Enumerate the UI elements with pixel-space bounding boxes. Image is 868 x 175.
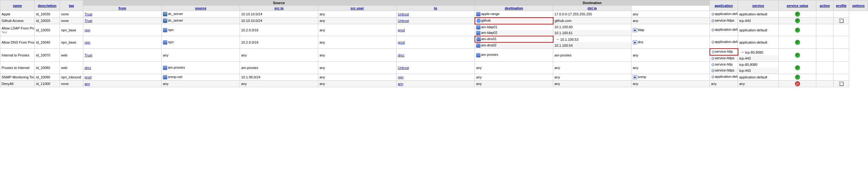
rule-source: am-proxies — [162, 61, 240, 74]
rule-to[interactable]: Untrust — [397, 18, 475, 24]
rule-from[interactable]: Trust — [83, 49, 162, 62]
rule-destination: github — [475, 18, 553, 24]
col-header-from[interactable]: from — [83, 6, 162, 11]
rule-dst-ip: any — [553, 61, 631, 74]
rule-application: ■ldap — [631, 24, 710, 36]
rule-to[interactable]: prod — [397, 24, 475, 36]
col-header-profile[interactable]: profile — [834, 0, 849, 11]
table-row: SNMP Monitoring Tools id_10090 npn_inbou… — [0, 74, 868, 80]
col-header-src-ip[interactable]: src ip — [240, 6, 318, 11]
gear-icon: ⚙ — [711, 62, 715, 67]
col-header-source[interactable]: source — [162, 6, 240, 11]
rule-source: snmp-net — [162, 74, 240, 80]
rule-tag: npn_base — [60, 24, 83, 36]
col-header-dst-ip[interactable]: dst ip — [553, 6, 631, 11]
rule-to[interactable]: any — [397, 80, 475, 87]
rule-service: any — [710, 80, 738, 87]
col-header-to[interactable]: to — [397, 6, 475, 11]
network-icon — [476, 53, 480, 57]
col-header-src-user[interactable]: src user — [318, 6, 397, 11]
col-header-name[interactable]: name — [0, 0, 35, 11]
copy-icon[interactable] — [839, 19, 843, 23]
rule-src-ip: any — [240, 49, 318, 62]
col-header-tag[interactable]: tag — [60, 0, 83, 11]
rule-src-ip: 10.1.99.0/24 — [240, 74, 318, 80]
rule-name: Allow LDAP From ProdText — [0, 24, 35, 36]
table-row: Apple id_10030 none Trust dc_server 10.1… — [0, 11, 868, 18]
copy-icon[interactable] — [839, 82, 843, 86]
rule-description: id_10050 — [35, 24, 60, 36]
rule-service-value: tcp-443 — [738, 55, 779, 62]
rule-tag: none — [60, 18, 83, 24]
gear-icon: ⚙ — [711, 56, 715, 61]
rule-service-value: application-default — [738, 36, 779, 49]
rule-from[interactable]: dmz — [83, 61, 162, 74]
rule-from[interactable]: npn — [83, 36, 162, 49]
col-header-destination[interactable]: destination — [475, 6, 553, 11]
col-header-service[interactable]: service — [738, 0, 779, 11]
table-row: Proxies to Internet id_10080 web dmz am-… — [0, 61, 868, 68]
network-icon — [163, 65, 167, 70]
network-icon — [476, 37, 481, 41]
rule-from[interactable]: any — [83, 80, 162, 87]
network-icon — [163, 75, 167, 79]
network-icon — [476, 43, 480, 48]
rule-to[interactable]: dmz — [397, 49, 475, 62]
rule-application: any — [631, 80, 710, 87]
rule-action: ✓ — [779, 61, 816, 74]
gear-icon: ⚙ — [711, 75, 715, 79]
rule-tag: web — [60, 49, 83, 62]
rule-source: dc_server — [162, 11, 240, 18]
status-allow-icon: ✓ — [795, 18, 800, 23]
rule-action: ✓ — [779, 11, 816, 18]
rule-from[interactable]: prod — [83, 74, 162, 80]
gear-icon: ⚙ — [711, 68, 715, 73]
ldap-icon: ■ — [633, 28, 637, 32]
snmp-icon: ■ — [633, 75, 637, 79]
rule-dst-ip: am-proxies — [553, 49, 631, 62]
network-icon — [476, 31, 480, 35]
rule-from[interactable]: Trust — [83, 18, 162, 24]
rule-dst-ip: 10.1.100.61 — [553, 30, 631, 36]
col-header-options[interactable]: options — [849, 0, 868, 11]
col-header-service-value[interactable]: service value — [779, 0, 816, 11]
rule-service: ⚙service-http — [710, 49, 738, 55]
rule-to[interactable]: Untrust — [397, 11, 475, 18]
rule-profile — [816, 11, 834, 18]
rule-name: Internal to Proxies — [0, 49, 35, 62]
col-header-action[interactable]: action — [816, 0, 834, 11]
rule-name: SNMP Monitoring Tools — [0, 74, 35, 80]
rule-description: id_10040 — [35, 36, 60, 49]
rule-to[interactable]: npn — [397, 74, 475, 80]
rule-src-ip: am-proxies — [240, 61, 318, 74]
rule-source: npn — [162, 36, 240, 49]
table-row: Internal to Proxies id_10070 web Trust a… — [0, 49, 868, 55]
status-allow-icon: ✓ — [795, 11, 800, 17]
rule-description: id_10070 — [35, 49, 60, 62]
col-header-application[interactable]: application — [710, 0, 738, 11]
rule-name: Github Access — [0, 18, 35, 24]
rule-options — [834, 18, 849, 24]
rule-to[interactable]: prod — [397, 36, 475, 49]
rule-service: ⚙service-https — [710, 68, 738, 74]
rule-destination: any — [475, 80, 553, 87]
col-header-description[interactable]: description — [35, 0, 60, 11]
rule-name: DenyAll — [0, 80, 35, 87]
rule-service-value: application-default — [738, 24, 779, 36]
gear-icon: ⚙ — [711, 40, 715, 45]
rule-tag: none — [60, 80, 83, 87]
rule-service: ⚙application-default — [710, 24, 738, 36]
rule-destination: am-ldap01 — [475, 24, 553, 30]
rule-options — [834, 11, 849, 18]
rule-profile — [816, 74, 834, 80]
status-allow-icon: ✓ — [795, 65, 800, 70]
rule-service: ⚙application-default — [710, 11, 738, 18]
gear-icon: ⚙ — [711, 12, 715, 17]
rule-from[interactable]: Trust — [83, 11, 162, 18]
rule-to[interactable]: Untrust — [397, 61, 475, 74]
rule-from[interactable]: npn — [83, 24, 162, 36]
rule-service: ⚙application-default — [710, 36, 738, 49]
rule-src-user: any — [318, 74, 397, 80]
rule-description: id_10030 — [35, 11, 60, 18]
rule-application: any — [631, 18, 710, 24]
